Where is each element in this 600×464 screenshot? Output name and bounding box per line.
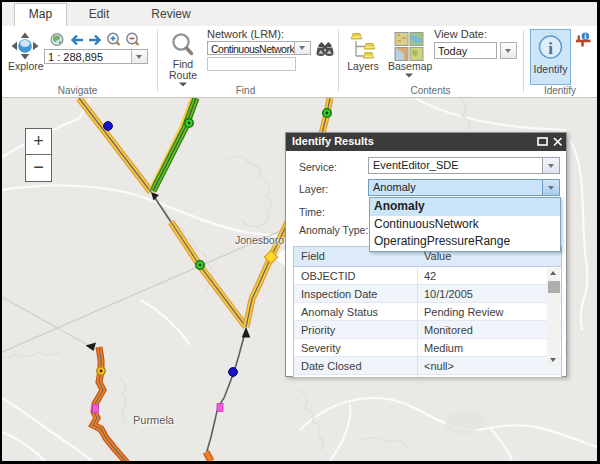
network-lrm-dropdown-arrow[interactable] [294, 42, 310, 54]
network-lrm-combobox[interactable]: ContinuousNetwork [207, 41, 311, 55]
table-scrollbar[interactable] [547, 268, 560, 366]
tab-map[interactable]: Map [14, 3, 67, 26]
green-event-segment [152, 98, 196, 191]
scroll-down-icon[interactable] [547, 354, 560, 366]
view-date-dropdown-arrow[interactable] [500, 42, 517, 59]
tab-edit[interactable]: Edit [75, 2, 123, 26]
green-point-marker [196, 261, 204, 269]
service-value: EventEditor_SDE [369, 158, 542, 173]
zoom-in-icon[interactable] [108, 33, 120, 45]
layers-icon [346, 31, 380, 61]
binoculars-icon[interactable] [315, 39, 335, 58]
orange-route [86, 343, 128, 462]
cell-value: Pending Review [424, 306, 504, 318]
group-separator [157, 30, 158, 92]
find-route-button[interactable]: Find Route [166, 31, 200, 93]
zoom-out-icon[interactable] [127, 33, 139, 45]
find-route-menu-arrow-icon[interactable] [166, 81, 200, 87]
dropdown-option-operatingpressurerange[interactable]: OperatingPressureRange [370, 233, 560, 251]
map-label-purmela: Purmela [133, 414, 174, 426]
basemap-icon [388, 31, 430, 61]
previous-extent-icon[interactable] [73, 36, 84, 45]
svg-text:i: i [584, 32, 586, 41]
group-separator [338, 30, 339, 92]
map-zoom-control: + − [25, 128, 52, 182]
identify-button[interactable]: i Identify [530, 29, 571, 85]
layer-dropdown[interactable]: Anomaly [368, 179, 560, 196]
identify-route-icon[interactable]: i [574, 30, 594, 48]
cell-value: 42 [424, 270, 436, 282]
table-row[interactable]: OBJECTID 42 [294, 267, 561, 285]
layers-label: Layers [346, 61, 380, 72]
cell-field: Priority [301, 324, 335, 336]
service-dropdown[interactable]: EventEditor_SDE [368, 157, 560, 174]
network-lrm-label: Network (LRM): [207, 28, 284, 40]
find-route-icon [166, 31, 200, 59]
blue-point-marker [229, 368, 238, 377]
close-icon[interactable] [552, 136, 564, 148]
green-point-marker [323, 109, 331, 117]
table-row[interactable]: Inspection Date 10/1/2005 [294, 285, 561, 303]
table-row[interactable]: Anomaly Status Pending Review [294, 303, 561, 321]
cell-value: 10/1/2005 [424, 288, 473, 300]
pink-point-marker [93, 405, 99, 413]
map-label-jonesboro: Jonesboro [235, 234, 284, 246]
tab-review[interactable]: Review [145, 2, 197, 26]
basemap-label: Basemap [388, 61, 430, 72]
identify-icon: i [531, 32, 570, 64]
layer-dropdown-list: Anomaly ContinuousNetwork OperatingPress… [369, 197, 561, 252]
view-date-label: View Date: [434, 28, 487, 40]
table-row[interactable]: Severity Medium [294, 339, 561, 357]
anomaly-type-label: Anomaly Type: [299, 224, 368, 236]
yellow-route-nw [79, 98, 246, 327]
cell-field: Severity [301, 342, 341, 354]
service-dropdown-arrow[interactable] [542, 158, 559, 173]
table-row[interactable]: Date Closed <null> [294, 357, 561, 375]
map-viewport[interactable]: Jonesboro Purmela + − Identify Results S… [2, 98, 597, 461]
layers-button[interactable]: Layers [346, 31, 380, 79]
app-window: Map Edit Review Navigate Find Contents I… [2, 2, 597, 461]
basemap-menu-arrow-icon[interactable] [388, 72, 430, 78]
orange-route-stub [206, 452, 211, 461]
dropdown-option-anomaly[interactable]: Anomaly [370, 198, 560, 216]
view-date-combobox[interactable]: Today [434, 42, 497, 59]
group-separator [523, 30, 524, 92]
time-label: Time: [299, 206, 325, 218]
scroll-up-icon[interactable] [547, 268, 560, 280]
map-scale-combobox[interactable]: 1 : 288,895 [44, 49, 148, 64]
next-extent-icon[interactable] [89, 36, 100, 45]
layer-dropdown-arrow[interactable] [542, 180, 559, 195]
maximize-icon[interactable] [537, 136, 549, 148]
dropdown-option-continuousnetwork[interactable]: ContinuousNetwork [370, 216, 560, 234]
route-input-value [208, 58, 295, 70]
route-input[interactable] [207, 57, 296, 71]
group-label-find: Find [188, 85, 303, 96]
attributes-table: Field Value OBJECTID 42 Inspection Date … [293, 246, 562, 377]
map-scale-value: 1 : 288,895 [45, 50, 131, 63]
ribbon: Navigate Find Contents Identify Explore [2, 26, 597, 98]
identify-button-label: Identify [531, 64, 570, 75]
explore-icon [8, 31, 42, 61]
panel-title-bar[interactable]: Identify Results [286, 133, 566, 151]
zoom-in-button[interactable]: + [26, 129, 51, 155]
gray-route-line [207, 329, 246, 461]
scroll-thumb[interactable] [548, 281, 560, 293]
column-divider [417, 247, 418, 377]
green-point-marker [185, 119, 193, 127]
svg-text:i: i [548, 39, 553, 58]
explore-button[interactable]: Explore [8, 31, 42, 75]
full-extent-globe-icon[interactable] [51, 34, 63, 46]
layer-value: Anomaly [369, 180, 542, 195]
layer-label: Layer: [299, 183, 328, 195]
identify-results-panel: Identify Results Service: EventEditor_SD… [285, 132, 567, 377]
pink-point-marker [217, 404, 223, 412]
map-scale-dropdown-arrow[interactable] [131, 50, 147, 63]
railroad-line [2, 229, 285, 354]
cell-value: <null> [424, 360, 454, 372]
basemap-button[interactable]: Basemap [388, 31, 430, 91]
table-row[interactable]: Priority Monitored [294, 321, 561, 339]
col-header-value: Value [424, 250, 451, 262]
view-date-value: Today [435, 43, 496, 58]
find-route-label: Route [166, 70, 200, 81]
zoom-out-button[interactable]: − [26, 155, 51, 181]
